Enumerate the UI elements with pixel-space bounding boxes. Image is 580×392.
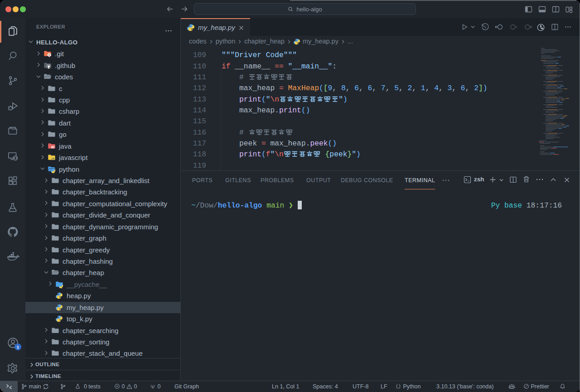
svg-text:JS: JS (51, 157, 54, 160)
